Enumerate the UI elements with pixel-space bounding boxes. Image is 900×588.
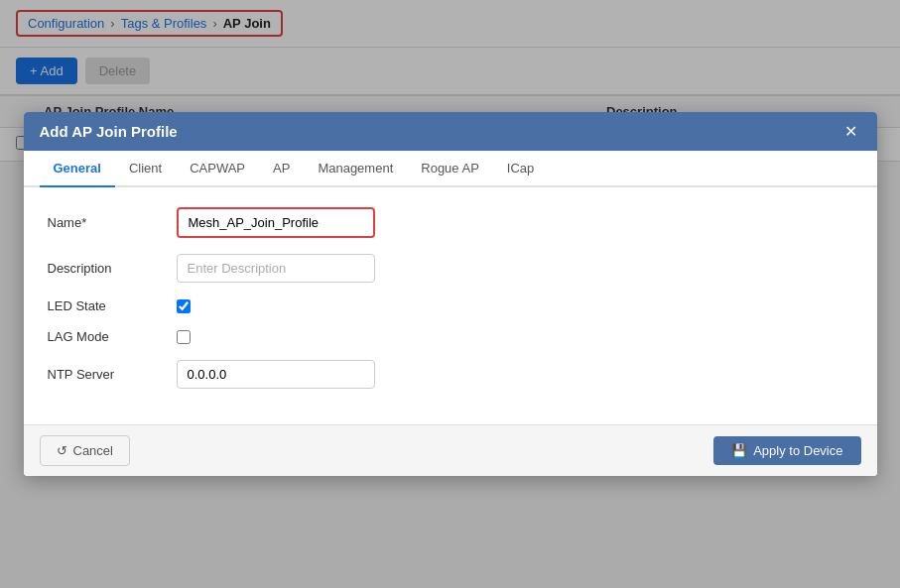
led-state-checkbox[interactable] [177,299,191,313]
description-label: Description [48,261,177,276]
tab-rogue-ap[interactable]: Rogue AP [407,151,493,187]
modal-overlay: Add AP Join Profile ✕ General Client CAP… [0,0,900,588]
form-row-name: Name* [48,207,853,238]
apply-icon: 💾 [731,443,747,458]
form-row-lag-mode: LAG Mode [48,329,853,344]
ntp-server-input[interactable] [177,360,375,389]
tab-ap[interactable]: AP [259,151,304,187]
name-input[interactable] [177,207,375,238]
form-row-led-state: LED State [48,298,853,313]
modal-close-button[interactable]: ✕ [840,122,861,141]
modal-title: Add AP Join Profile [40,123,178,140]
tab-client[interactable]: Client [115,151,176,187]
name-label: Name* [48,215,177,230]
lag-mode-label: LAG Mode [48,329,177,344]
modal-header: Add AP Join Profile ✕ [24,112,877,151]
tab-management[interactable]: Management [304,151,407,187]
led-state-label: LED State [48,298,177,313]
modal-tabs: General Client CAPWAP AP Management Rogu… [24,151,877,187]
apply-to-device-button[interactable]: 💾 Apply to Device [713,436,860,465]
page: Configuration › Tags & Profiles › AP Joi… [0,0,900,588]
cancel-button[interactable]: ↺ Cancel [40,435,130,466]
cancel-label: Cancel [73,443,113,458]
modal-body: Name* Description LED State LAG Mode [24,187,877,424]
tab-icap[interactable]: ICap [493,151,548,187]
modal-footer: ↺ Cancel 💾 Apply to Device [24,424,877,476]
form-row-ntp-server: NTP Server [48,360,853,389]
cancel-icon: ↺ [57,443,67,458]
modal: Add AP Join Profile ✕ General Client CAP… [24,112,877,476]
ntp-server-label: NTP Server [48,367,177,382]
tab-general[interactable]: General [40,151,115,187]
lag-mode-checkbox[interactable] [177,330,191,344]
apply-label: Apply to Device [753,443,842,458]
tab-capwap[interactable]: CAPWAP [176,151,259,187]
form-row-description: Description [48,254,853,283]
description-input[interactable] [177,254,375,283]
